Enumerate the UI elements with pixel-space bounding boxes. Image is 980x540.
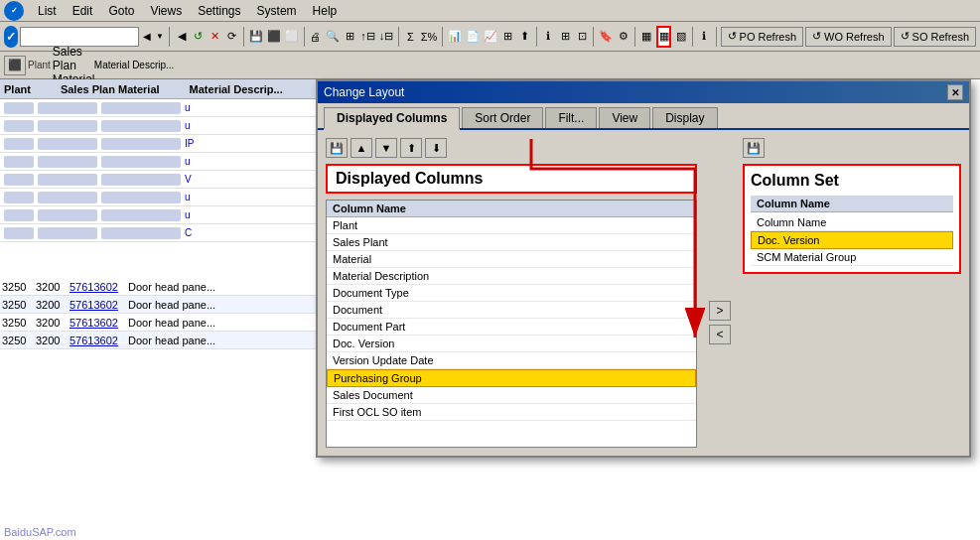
cs-item-doc-version[interactable]: Doc. Version	[751, 231, 953, 249]
move-top-btn[interactable]: ⬆	[400, 138, 422, 158]
menu-goto[interactable]: Goto	[106, 4, 136, 18]
refresh-btn[interactable]: ↺	[191, 26, 206, 48]
table-row: 3250 3200 57613602 Door head pane...	[0, 278, 318, 296]
cs-item-col-name[interactable]: Column Name	[751, 214, 953, 231]
table-header: Plant Sales Plan Material Material Descr…	[0, 79, 318, 99]
menu-system[interactable]: System	[255, 4, 299, 18]
blurred-rows: u u IP u	[0, 99, 318, 278]
tab-filter[interactable]: Filt...	[545, 107, 597, 128]
filter-btn[interactable]: ⊞	[343, 26, 357, 48]
change-layout-dialog: Change Layout ✕ Displayed Columns Sort O…	[316, 79, 971, 458]
background-table: Plant Sales Plan Material Material Descr…	[0, 79, 318, 540]
excel-btn[interactable]: 📊	[447, 26, 463, 48]
info-btn[interactable]: ℹ	[541, 26, 556, 48]
tab-sort-order[interactable]: Sort Order	[462, 107, 543, 128]
prev-btn[interactable]: ◀	[174, 26, 189, 48]
graph-btn[interactable]: 📈	[483, 26, 498, 48]
check-icon[interactable]: ✓	[4, 26, 18, 48]
right-panel: 💾 Column Set Column Name Column Name Doc…	[743, 138, 961, 448]
so-refresh-icon: ↺	[901, 30, 910, 43]
col-item-sales-plant[interactable]: Sales Plant	[327, 234, 696, 251]
menu-bar: ✓ List Edit Goto Views Settings System H…	[0, 0, 980, 22]
sort-desc-btn[interactable]: ↓⊟	[378, 26, 395, 48]
multipage-btn[interactable]: ⬜	[284, 26, 300, 48]
bookmark-btn[interactable]: 🔖	[598, 26, 614, 48]
word-btn[interactable]: 📄	[465, 26, 481, 48]
shortcut-btn[interactable]: ⬛	[266, 26, 282, 48]
dialog-tabs: Displayed Columns Sort Order Filt... Vie…	[318, 103, 969, 130]
column-list[interactable]: Column Name Plant Sales Plant Material M…	[326, 200, 697, 448]
tab-display[interactable]: Display	[652, 107, 717, 128]
layout2-btn[interactable]: ▧	[673, 26, 688, 48]
sort-asc-btn[interactable]: ↑⊟	[359, 26, 376, 48]
doc-link[interactable]: 57613602	[70, 335, 124, 346]
detail-btn[interactable]: ⊞	[558, 26, 573, 48]
col-item-purchasing-group[interactable]: Purchasing Group	[327, 369, 696, 387]
nav-back-btn[interactable]: ◀	[141, 27, 152, 47]
print-btn[interactable]: 🖨	[308, 26, 323, 48]
menu-settings[interactable]: Settings	[196, 4, 242, 18]
dialog-close-btn[interactable]: ✕	[947, 84, 963, 100]
subtotal-btn[interactable]: Σ%	[420, 26, 439, 48]
move-down-btn[interactable]: ▼	[375, 138, 397, 158]
toolbar-sep-6	[536, 27, 537, 47]
row-icon-btn[interactable]: ⬛	[4, 56, 26, 75]
menu-help[interactable]: Help	[311, 4, 340, 18]
info2-btn[interactable]: ℹ	[697, 26, 712, 48]
watermark: BaiduSAP.com	[4, 526, 76, 538]
doc-link[interactable]: 57613602	[70, 299, 124, 311]
doc-link[interactable]: 57613602	[70, 317, 124, 329]
choose-btn[interactable]: ⊡	[575, 26, 590, 48]
find-btn[interactable]: 🔍	[325, 26, 341, 48]
po-refresh-btn[interactable]: ↺ PO Refresh	[721, 27, 803, 47]
menu-edit[interactable]: Edit	[70, 4, 95, 18]
pivot-btn[interactable]: ⊞	[500, 26, 515, 48]
tab-displayed-columns[interactable]: Displayed Columns	[324, 107, 460, 130]
address-input[interactable]	[20, 27, 139, 47]
move-bottom-btn[interactable]: ⬇	[425, 138, 447, 158]
stop-btn[interactable]: ✕	[208, 26, 222, 48]
col-item-material[interactable]: Material	[327, 251, 696, 268]
nav-history-btn[interactable]: ▼	[154, 27, 165, 47]
doc-link[interactable]: 57613602	[70, 281, 124, 293]
column-list-header: Column Name	[327, 201, 696, 217]
displayed-columns-title: Displayed Columns	[326, 164, 697, 194]
save-btn[interactable]: 💾	[248, 26, 264, 48]
col-item-mat-desc[interactable]: Material Description	[327, 268, 696, 285]
layout-btn[interactable]: ▦	[639, 26, 654, 48]
toolbar-sep-5	[442, 27, 443, 47]
export-btn[interactable]: ⬆	[517, 26, 532, 48]
column-set-box: Column Set Column Name Column Name Doc. …	[743, 164, 961, 274]
toolbar-sep-9	[692, 27, 693, 47]
change-layout-btn[interactable]: ▦	[656, 26, 672, 48]
col-item-sales-doc[interactable]: Sales Document	[327, 387, 696, 404]
cs-save-btn[interactable]: 💾	[743, 138, 765, 158]
transfer-right-btn[interactable]: >	[709, 301, 731, 321]
so-refresh-btn[interactable]: ↺ SO Refresh	[894, 27, 976, 47]
col-item-plant[interactable]: Plant	[327, 217, 696, 234]
sync-btn[interactable]: ⟳	[224, 26, 239, 48]
po-refresh-icon: ↺	[728, 30, 737, 43]
move-up-btn[interactable]: ▲	[350, 138, 372, 158]
transfer-buttons: > <	[709, 138, 731, 448]
left-panel: 💾 ▲ ▼ ⬆ ⬇ Displayed Columns Column Name …	[326, 138, 697, 448]
wo-refresh-btn[interactable]: ↺ WO Refresh	[805, 27, 892, 47]
settings-btn[interactable]: ⚙	[616, 26, 630, 48]
col-item-doc-version[interactable]: Doc. Version	[327, 336, 696, 352]
menu-list[interactable]: List	[36, 4, 59, 18]
toolbar-sep-4	[398, 27, 399, 47]
col-item-version-update[interactable]: Version Update Date	[327, 352, 696, 369]
column-set-title: Column Set	[751, 172, 953, 190]
menu-views[interactable]: Views	[148, 4, 184, 18]
col-item-doc-type[interactable]: Document Type	[327, 285, 696, 302]
sum-btn[interactable]: Σ	[403, 26, 418, 48]
tab-view[interactable]: View	[599, 107, 650, 128]
col-item-document[interactable]: Document	[327, 302, 696, 319]
save-layout-btn[interactable]: 💾	[326, 138, 348, 158]
transfer-left-btn[interactable]: <	[709, 325, 731, 344]
cs-item-scm-mat-group[interactable]: SCM Material Group	[751, 249, 953, 266]
col-item-doc-part[interactable]: Document Part	[327, 319, 696, 336]
col-item-first-ocl[interactable]: First OCL SO item	[327, 404, 696, 421]
toolbar-2: ⬛ Plant Sales Plan Material Material Des…	[0, 52, 980, 79]
col-plant: Plant	[4, 83, 31, 95]
